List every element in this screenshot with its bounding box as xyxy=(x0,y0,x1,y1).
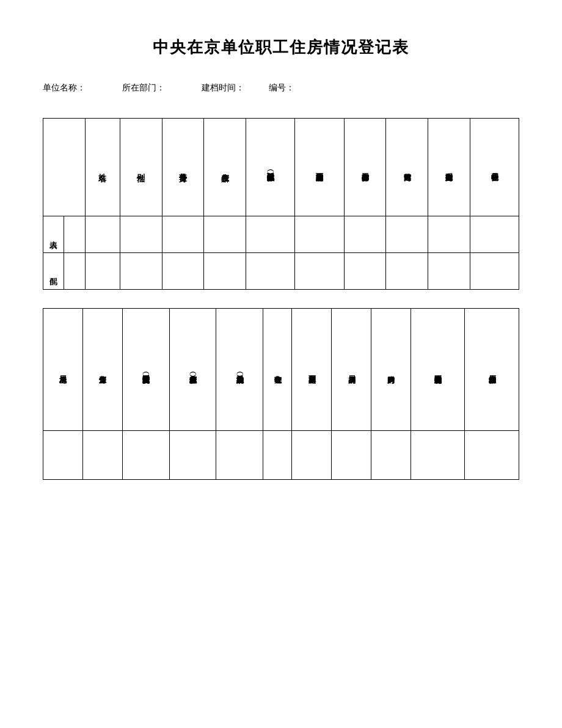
page-title: 中央在京单位职工住房情况登记表 xyxy=(43,37,519,58)
unit-name-label: 单位名称： xyxy=(43,83,86,94)
col-address: 房屋地址 xyxy=(43,309,83,431)
col-unit: 所在单位 xyxy=(204,119,246,216)
col-buy-time: 购房时间 xyxy=(371,309,411,431)
col-special: 特殊约定或需要说明 xyxy=(411,309,465,431)
col-source: 住房来源 xyxy=(82,309,122,431)
col-work-time: 参加革命工作时间 xyxy=(344,119,386,216)
col-buyer: 购房人姓名（或承租人姓名） xyxy=(216,309,263,431)
id-label: 编号： xyxy=(269,83,294,94)
col-seller: 售房单位（或愿产权单位） xyxy=(169,309,216,431)
applicant-label: 填表人 xyxy=(43,216,64,253)
col-sets: 套数住宅 xyxy=(263,309,291,431)
col-type: 房屋类别 xyxy=(332,309,371,431)
date-label: 建档时间： xyxy=(202,83,244,94)
col-gender: 性别 xyxy=(120,119,162,216)
col-subsidy: 购房补贴建筑面积标准 xyxy=(295,119,344,216)
col-original-owner: 房屋原产权单位签章 xyxy=(465,309,519,431)
meta-info: 单位名称： 所在部门： 建档时间： 编号： xyxy=(43,83,519,94)
spouse-label: 配偶 xyxy=(43,253,64,290)
col-retire-time: 离退休时间 xyxy=(386,119,428,216)
col-name: 姓名 xyxy=(85,119,120,216)
col-fund-no: 公积金帐号 xyxy=(470,119,519,216)
dept-label: 所在部门： xyxy=(122,83,165,94)
col-fund-time: 建立公积金时间 xyxy=(428,119,470,216)
col-position: 职务单位性质（或技术职称） xyxy=(246,119,295,216)
col-id: 身份证号 xyxy=(162,119,204,216)
col-area: 房屋核定面积 xyxy=(292,309,332,431)
col-deed: 房屋产权证号（或租赁合同号） xyxy=(122,309,169,431)
